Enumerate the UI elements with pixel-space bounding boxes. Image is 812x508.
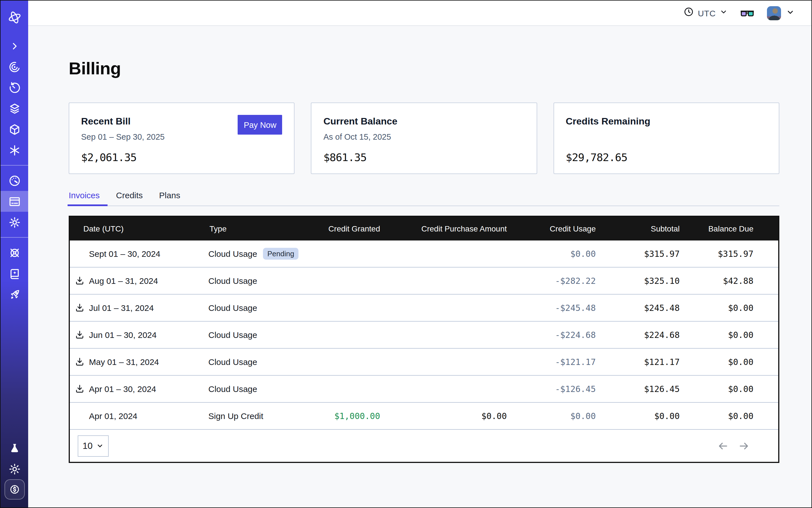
gear-icon[interactable]	[1, 212, 28, 232]
download-invoice-icon[interactable]	[75, 384, 84, 394]
docs-book-sparkle-icon[interactable]	[1, 263, 28, 284]
reader-glasses-button[interactable]	[740, 8, 755, 18]
sidebar-item-billing[interactable]	[1, 191, 28, 212]
credit-usage-value: $0.00	[507, 249, 596, 259]
subtotal-value: $315.97	[596, 249, 680, 259]
current-balance-amount: $861.35	[324, 151, 525, 163]
card-title: Current Balance	[324, 116, 525, 127]
credit-purchase-value: $0.00	[380, 411, 507, 421]
invoice-type: Cloud Usage	[208, 276, 257, 286]
timezone-selector[interactable]: UTC	[684, 7, 728, 19]
invoice-type: Cloud Usage	[208, 384, 257, 394]
invoice-date: Jun 01 – 30, 2024	[89, 330, 157, 340]
balance-due-value: $315.97	[680, 249, 778, 259]
recent-bill-amount: $2,061.35	[81, 151, 283, 163]
credit-usage-value: -$245.48	[507, 303, 596, 313]
gauge-icon[interactable]	[1, 170, 28, 191]
avatar	[767, 6, 781, 20]
tab-credits[interactable]: Credits	[116, 190, 143, 206]
table-row: Jul 01 – 31, 2024 Cloud Usage -$245.48 $…	[70, 295, 778, 322]
column-header-type: Type	[208, 224, 312, 233]
balance-due-value: $0.00	[680, 330, 778, 340]
subtotal-value: $0.00	[596, 411, 680, 421]
balance-due-value: $0.00	[680, 357, 778, 367]
balance-due-value: $0.00	[680, 384, 778, 394]
sidebar-divider	[1, 237, 28, 238]
main-content: Billing Recent Bill Sep 01 – Sep 30, 202…	[28, 26, 811, 507]
download-invoice-icon[interactable]	[75, 303, 84, 312]
invoice-type: Cloud Usage	[208, 330, 257, 340]
clock-icon	[684, 7, 694, 19]
scan-eye-icon[interactable]	[1, 56, 28, 77]
tab-invoices[interactable]: Invoices	[69, 190, 100, 206]
card-title: Credits Remaining	[566, 116, 767, 127]
credit-usage-value: -$282.22	[507, 276, 596, 286]
flask-icon[interactable]	[1, 437, 28, 458]
table-row: Apr 01, 2024 Sign Up Credit $1,000.00 $0…	[70, 403, 778, 430]
invoice-type: Sign Up Credit	[208, 411, 263, 421]
chevron-down-icon	[720, 8, 728, 18]
invoice-type: Cloud Usage	[208, 303, 257, 312]
download-invoice-icon[interactable]	[75, 357, 84, 367]
current-balance-card: Current Balance As of Oct 15, 2025 $861.…	[311, 102, 537, 174]
credit-usage-value: -$126.45	[507, 384, 596, 394]
invoice-date: Jul 01 – 31, 2024	[89, 303, 154, 312]
table-body: Sept 01 – 30, 2024 Cloud Usage Pending $…	[70, 241, 778, 430]
balance-due-value: $42.88	[680, 276, 778, 286]
balance-due-value: $0.00	[680, 411, 778, 421]
invoice-date: Aug 01 – 31, 2024	[89, 276, 158, 286]
invoices-table: Date (UTC) Type Credit Granted Credit Pu…	[69, 216, 779, 463]
sidebar	[1, 1, 28, 507]
next-page-button[interactable]	[738, 439, 750, 452]
column-header-subtotal: Subtotal	[596, 224, 680, 233]
tab-plans[interactable]: Plans	[159, 190, 180, 206]
expand-sidebar-chevron-right-icon[interactable]	[1, 36, 28, 56]
column-header-credit-purchase-amount: Credit Purchase Amount	[380, 224, 507, 233]
subtotal-value: $224.68	[596, 330, 680, 340]
credit-usage-value: -$121.17	[507, 357, 596, 367]
invoice-type: Cloud Usage	[208, 357, 257, 367]
credits-remaining-card: Credits Remaining $29,782.65	[553, 102, 779, 174]
arrow-left-icon	[717, 439, 729, 452]
invoice-date: May 01 – 31, 2024	[89, 357, 159, 367]
table-row: Aug 01 – 31, 2024 Cloud Usage -$282.22 $…	[70, 267, 778, 295]
invoice-date: Apr 01, 2024	[89, 411, 137, 421]
table-header-row: Date (UTC) Type Credit Granted Credit Pu…	[70, 217, 778, 241]
pagination-bar: 10	[70, 430, 778, 462]
credits-dollar-badge-button[interactable]	[4, 479, 25, 500]
timer-icon[interactable]	[1, 77, 28, 98]
chevron-down-icon	[786, 8, 795, 18]
rocket-icon[interactable]	[1, 284, 28, 305]
previous-page-button[interactable]	[717, 439, 729, 452]
invoice-type: Cloud Usage	[208, 249, 257, 258]
invoice-date: Apr 01 – 30, 2024	[89, 384, 156, 394]
cube-icon[interactable]	[1, 119, 28, 140]
as-of-date: As of Oct 15, 2025	[324, 132, 525, 141]
account-menu-button[interactable]	[767, 6, 795, 20]
support-wheel-icon[interactable]	[1, 242, 28, 263]
layers-icon[interactable]	[1, 98, 28, 119]
download-invoice-icon[interactable]	[75, 276, 84, 286]
asterisk-icon[interactable]	[1, 140, 28, 161]
page-size-value: 10	[83, 441, 93, 451]
page-title: Billing	[69, 58, 779, 79]
column-header-credit-granted: Credit Granted	[312, 224, 380, 233]
column-header-balance-due: Balance Due	[680, 224, 778, 233]
timezone-label: UTC	[698, 8, 716, 18]
pay-now-button[interactable]: Pay Now	[238, 115, 283, 135]
sidebar-divider	[1, 165, 28, 166]
page-size-select[interactable]: 10	[78, 435, 109, 457]
sun-brightness-icon[interactable]	[1, 458, 28, 479]
app-window: UTC Billing Recent Bill Sep 0	[0, 0, 812, 508]
subtotal-value: $126.45	[596, 384, 680, 394]
topbar: UTC	[28, 1, 811, 26]
credit-usage-value: $0.00	[507, 411, 596, 421]
status-badge: Pending	[263, 248, 298, 260]
subtotal-value: $121.17	[596, 357, 680, 367]
arrow-right-icon	[738, 439, 750, 452]
table-row: May 01 – 31, 2024 Cloud Usage -$121.17 $…	[70, 349, 778, 376]
orbit-logo-icon[interactable]	[1, 6, 28, 29]
column-header-credit-usage: Credit Usage	[507, 224, 596, 233]
download-invoice-icon[interactable]	[75, 330, 84, 340]
credit-granted-value: $1,000.00	[312, 411, 380, 421]
